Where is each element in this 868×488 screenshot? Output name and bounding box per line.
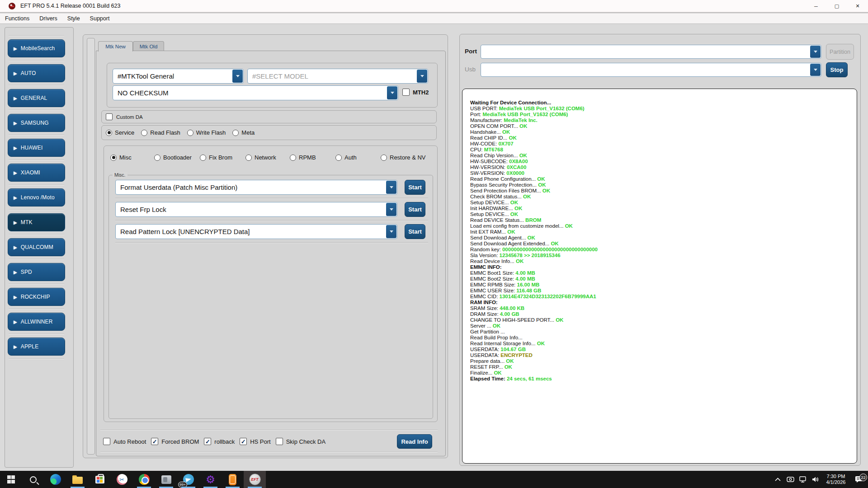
sidebar-item-mtk[interactable]: ▶MTK [8,213,65,231]
chevron-down-icon[interactable] [387,86,397,99]
checkbox-icon[interactable]: ✓ [240,438,247,445]
minimize-button[interactable]: ─ [806,0,826,12]
tray-volume-icon[interactable] [809,476,822,483]
misc-action-select[interactable]: Reset Frp Lock [115,202,397,217]
tray-chevron-up-icon[interactable] [771,478,784,481]
radio-icon[interactable] [141,130,147,136]
checkbox-icon[interactable]: ✓ [151,438,158,445]
radio-icon[interactable] [187,130,193,136]
menu-style[interactable]: Style [62,13,85,23]
taskbar-app-file-explorer[interactable] [66,471,89,488]
sidebar-item-qualcomm[interactable]: ▶QUALCOMM [8,238,65,256]
mode-radio-meta[interactable]: Meta [232,129,255,136]
log-label: Finalize... [470,370,494,375]
misc-action-select[interactable]: Read Pattern Lock [UNENCRYPTED Data] [115,224,397,239]
taskbar-app-snipping[interactable]: ✂ [111,471,133,488]
category-radio-network[interactable]: Network [245,154,276,161]
sidebar-item-rockchip[interactable]: ▶ROCKCHIP [8,288,65,306]
log-label: Send Protection Files BROM... [470,188,542,193]
mode-radio-service[interactable]: Service [106,129,134,136]
radio-icon[interactable] [381,155,387,161]
mode-radio-write-flash[interactable]: Write Flash [187,129,226,136]
mth2-checkbox[interactable] [402,89,410,96]
category-radio-restore-nv[interactable]: Restore & NV [381,154,425,161]
tab-mtk-new[interactable]: Mtk New [98,41,133,52]
chevron-down-icon[interactable] [232,70,243,83]
maximize-button[interactable]: ▢ [826,0,847,12]
mode-radio-read-flash[interactable]: Read Flash [141,129,180,136]
tab-mtk-old[interactable]: Mtk Old [133,41,164,52]
sidebar-item-spd[interactable]: ▶SPD [8,263,65,281]
taskbar-app-utility[interactable] [155,471,177,488]
sidebar-item-label: SPD [21,269,32,275]
start-button[interactable]: Start [405,180,425,195]
port-select[interactable] [481,45,821,59]
taskbar-app-phone[interactable] [222,471,244,488]
tool-select[interactable]: #MTKTool General [113,69,244,84]
action-center-button[interactable]: 22 [850,476,868,483]
category-radio-rpmb[interactable]: RPMB [290,154,316,161]
model-select[interactable] [247,69,428,84]
checksum-select[interactable]: NO CHECKSUM [113,85,398,100]
taskbar-app-chrome[interactable] [133,471,155,488]
model-select-input[interactable] [248,72,428,80]
radio-icon[interactable] [245,155,252,161]
taskbar-app-settings[interactable]: ⚙ [199,471,222,488]
option-auto-reboot[interactable]: Auto Reboot [103,438,146,445]
taskbar-search-button[interactable] [22,471,44,488]
chevron-down-icon[interactable] [386,203,396,216]
taskbar-app-edge[interactable] [44,471,66,488]
checkbox-icon[interactable]: ✓ [204,438,211,445]
tray-network-icon[interactable] [797,476,809,483]
radio-icon[interactable] [154,155,160,161]
option-forced-brom[interactable]: ✓Forced BROM [151,438,199,445]
partition-button[interactable]: Partition [826,44,854,60]
custom-da-checkbox[interactable] [106,113,113,120]
menu-drivers[interactable]: Drivers [34,13,62,23]
menu-functions[interactable]: Functions [0,13,34,23]
category-radio-auth[interactable]: Auth [335,154,357,161]
taskbar-clock[interactable]: 7:30 PM 4/1/2026 [822,474,850,485]
sidebar-item-mobilesearch[interactable]: ▶MobileSearch [8,39,65,57]
checkbox-icon[interactable] [276,438,283,445]
sidebar-item-samsung[interactable]: ▶SAMSUNG [8,114,65,132]
chevron-down-icon[interactable] [810,46,821,58]
sidebar-item-general[interactable]: ▶GENERAL [8,89,65,107]
sidebar-item-apple[interactable]: ▶APPLE [8,338,65,356]
option-hs-port[interactable]: ✓HS Port [240,438,271,445]
taskbar-app-store[interactable] [89,471,111,488]
chevron-down-icon[interactable] [386,225,396,238]
menu-support[interactable]: Support [85,13,115,23]
radio-icon[interactable] [335,155,342,161]
checkbox-icon[interactable] [103,438,110,445]
sidebar-item-lenovo-moto[interactable]: ▶Lenovo /Moto [8,188,65,206]
sidebar-item-auto[interactable]: ▶AUTO [8,64,65,82]
option-rollback[interactable]: ✓rollback [204,438,235,445]
category-radio-misc[interactable]: Misc [110,154,132,161]
chevron-down-icon[interactable] [386,181,396,194]
chevron-down-icon[interactable] [810,64,821,76]
taskbar-app-eft-pro[interactable]: EFT [244,471,266,488]
sidebar-item-allwinner[interactable]: ▶ALLWINNER [8,313,65,331]
chevron-down-icon[interactable] [417,70,427,83]
radio-icon[interactable] [200,155,206,161]
taskbar-app-telegram[interactable]: 99+ [177,471,199,488]
misc-action-select[interactable]: Format Userdata (Patch Misc Partition) [115,180,397,195]
sidebar-item-xiaomi[interactable]: ▶XIAOMI [8,164,65,182]
option-skip-check-da[interactable]: Skip Check DA [276,438,326,445]
radio-icon[interactable] [232,130,239,136]
read-info-button[interactable]: Read Info [397,434,432,449]
stop-button[interactable]: Stop [826,62,848,77]
taskbar-start-button[interactable] [0,471,22,488]
radio-icon[interactable] [110,155,117,161]
usb-select[interactable] [481,63,821,77]
close-button[interactable]: ✕ [847,0,868,12]
radio-icon[interactable] [106,130,112,136]
start-button[interactable]: Start [405,202,425,217]
start-button[interactable]: Start [405,224,425,239]
sidebar-item-huawei[interactable]: ▶HUAWEI [8,139,65,157]
category-radio-fix-brom[interactable]: Fix Brom [200,154,232,161]
category-radio-bootloader[interactable]: Bootloader [154,154,192,161]
radio-icon[interactable] [290,155,296,161]
tray-camera-icon[interactable] [784,476,797,483]
